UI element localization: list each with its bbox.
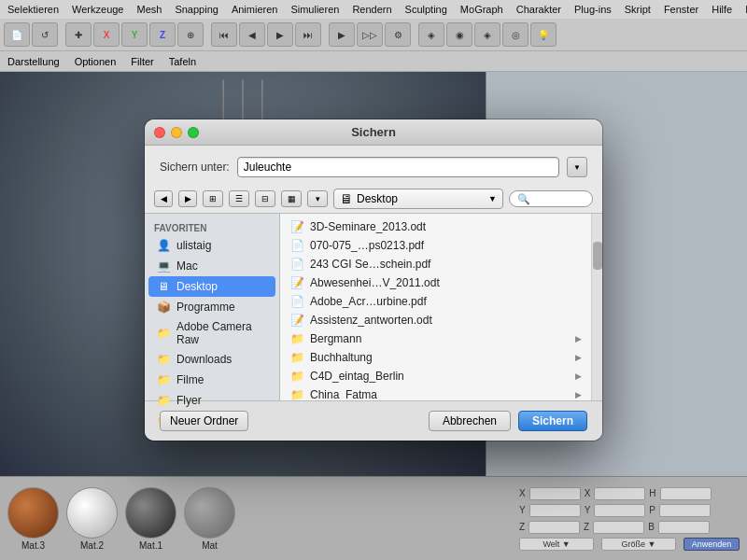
list-item[interactable]: 📝 3D-Seminare_2013.odt bbox=[280, 217, 591, 236]
list-item[interactable]: 📄 Adobe_Acr…urbine.pdf bbox=[280, 292, 591, 311]
saveas-dropdown-button[interactable]: ▼ bbox=[567, 157, 587, 177]
list-item[interactable]: 📁 Buchhaltung ▶ bbox=[280, 348, 591, 367]
cancel-button[interactable]: Abbrechen bbox=[429, 411, 511, 431]
list-item[interactable]: 📝 Abwesenhei…V_2011.odt bbox=[280, 273, 591, 292]
folder-icon: 📁 bbox=[156, 326, 171, 341]
browser-toolbar: ◀ ▶ ⊞ ☰ ⊟ ▦ ▾ 🖥 Desktop ▼ bbox=[145, 185, 602, 214]
saveas-label: Sichern unter: bbox=[160, 161, 230, 174]
filme-folder-icon: 📁 bbox=[156, 372, 171, 387]
flyer-folder-icon: 📁 bbox=[156, 393, 171, 408]
view-columns-button[interactable]: ⊟ bbox=[255, 190, 275, 207]
dialog-title: Sichern bbox=[351, 125, 396, 139]
back-button[interactable]: ◀ bbox=[154, 190, 173, 207]
view-options-button[interactable]: ▾ bbox=[307, 190, 328, 207]
sidebar-item-filme[interactable]: 📁 Filme bbox=[148, 370, 275, 390]
user-icon: 👤 bbox=[156, 238, 171, 253]
dialog-titlebar: Sichern bbox=[145, 119, 602, 146]
folder-icon: 📁 bbox=[289, 369, 304, 384]
scrollbar[interactable] bbox=[591, 214, 602, 400]
list-item[interactable]: 📁 Bergmann ▶ bbox=[280, 329, 591, 348]
doc-icon: 📝 bbox=[289, 313, 304, 328]
computer-icon: 💻 bbox=[156, 259, 171, 273]
dialog-maximize-button[interactable] bbox=[188, 127, 199, 138]
sidebar-item-programme[interactable]: 📦 Programme bbox=[148, 297, 275, 317]
save-button[interactable]: Sichern bbox=[518, 411, 587, 431]
location-label: Desktop bbox=[357, 192, 398, 205]
sidebar-section-title: FAVORITEN bbox=[145, 219, 279, 235]
list-item[interactable]: 📁 C4D_eintag_Berlin ▶ bbox=[280, 367, 591, 385]
content-area: FAVORITEN 👤 ulistaig 💻 Mac 🖥 Desktop 📦 P… bbox=[145, 214, 602, 400]
sidebar-item-desktop[interactable]: 🖥 Desktop bbox=[148, 276, 275, 297]
file-list[interactable]: 📝 3D-Seminare_2013.odt 📄 070-075_…ps0213… bbox=[280, 214, 591, 400]
pdf-icon: 📄 bbox=[289, 294, 304, 309]
new-folder-button[interactable]: Neuer Ordner bbox=[160, 411, 248, 431]
view-list-button[interactable]: ☰ bbox=[229, 190, 249, 207]
dialog-minimize-button[interactable] bbox=[171, 127, 182, 138]
forward-button[interactable]: ▶ bbox=[178, 190, 197, 207]
apps-icon: 📦 bbox=[156, 300, 171, 315]
sidebar-item-flyer[interactable]: 📁 Flyer bbox=[148, 390, 275, 411]
sidebar: FAVORITEN 👤 ulistaig 💻 Mac 🖥 Desktop 📦 P… bbox=[145, 214, 280, 400]
folder-icon: 📁 bbox=[289, 350, 304, 365]
doc-icon: 📝 bbox=[289, 275, 304, 290]
doc-icon: 📝 bbox=[289, 219, 304, 234]
downloads-folder-icon: 📁 bbox=[156, 352, 171, 367]
desktop-icon: 🖥 bbox=[156, 279, 171, 294]
folder-icon: 📁 bbox=[289, 331, 304, 346]
view-coverflow-button[interactable]: ▦ bbox=[281, 190, 302, 207]
save-dialog: Sichern Sichern unter: ▼ ◀ ▶ ⊞ ☰ ⊟ ▦ ▾ 🖥… bbox=[145, 119, 602, 441]
list-item[interactable]: 📁 China_Fatma ▶ bbox=[280, 385, 591, 400]
search-input[interactable] bbox=[509, 190, 593, 207]
sidebar-item-ulistaig[interactable]: 👤 ulistaig bbox=[148, 235, 275, 256]
location-dropdown[interactable]: 🖥 Desktop ▼ bbox=[333, 189, 503, 209]
list-item[interactable]: 📝 Assistenz_antworten.odt bbox=[280, 311, 591, 329]
dialog-overlay: Sichern Sichern unter: ▼ ◀ ▶ ⊞ ☰ ⊟ ▦ ▾ 🖥… bbox=[0, 0, 747, 560]
list-item[interactable]: 📄 070-075_…ps0213.pdf bbox=[280, 236, 591, 255]
dialog-close-button[interactable] bbox=[154, 127, 165, 138]
sidebar-item-downloads[interactable]: 📁 Downloads bbox=[148, 349, 275, 370]
sidebar-item-adobe-camera-raw[interactable]: 📁 Adobe Camera Raw bbox=[148, 317, 275, 349]
sidebar-item-mac[interactable]: 💻 Mac bbox=[148, 256, 275, 276]
saveas-row: Sichern unter: ▼ bbox=[145, 146, 602, 185]
view-icon-button[interactable]: ⊞ bbox=[203, 190, 223, 207]
pdf-icon: 📄 bbox=[289, 238, 304, 253]
saveas-input[interactable] bbox=[237, 157, 559, 177]
list-item[interactable]: 📄 243 CGI Se…schein.pdf bbox=[280, 255, 591, 273]
pdf-icon: 📄 bbox=[289, 257, 304, 272]
folder-icon: 📁 bbox=[289, 387, 304, 400]
